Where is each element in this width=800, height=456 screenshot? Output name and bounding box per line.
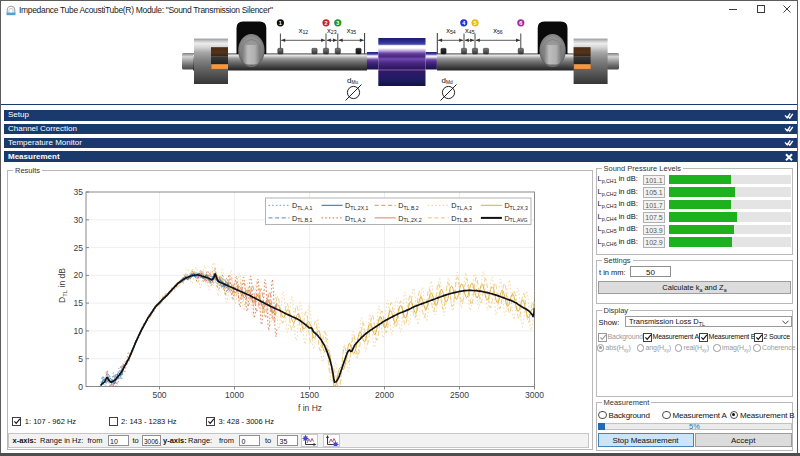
svg-text:35: 35: [74, 187, 84, 197]
svg-text:1000: 1000: [225, 390, 244, 400]
svg-text:30: 30: [74, 215, 84, 225]
svg-text:3: 3: [336, 20, 339, 26]
svg-text:2500: 2500: [450, 390, 469, 400]
svg-text:5: 5: [78, 354, 83, 364]
svg-text:1: 1: [279, 20, 282, 26]
svg-text:x45: x45: [465, 26, 475, 36]
svg-text:dMd: dMd: [442, 76, 453, 86]
svg-text:x56: x56: [493, 26, 503, 36]
svg-text:500: 500: [152, 390, 166, 400]
svg-text:3000: 3000: [525, 390, 544, 400]
svg-text:5: 5: [473, 20, 476, 26]
svg-text:x12: x12: [299, 26, 309, 36]
svg-text:15: 15: [74, 298, 84, 308]
svg-text:0: 0: [78, 382, 83, 392]
svg-text:10: 10: [74, 326, 84, 336]
svg-text:25: 25: [74, 243, 84, 253]
svg-text:x23: x23: [327, 26, 337, 36]
svg-text:1500: 1500: [300, 390, 319, 400]
svg-text:2000: 2000: [375, 390, 394, 400]
svg-text:20: 20: [74, 270, 84, 280]
svg-text:DTL in dB: DTL in dB: [57, 268, 68, 303]
svg-text:x54: x54: [446, 26, 456, 36]
svg-text:f in Hz: f in Hz: [298, 403, 322, 413]
svg-text:2: 2: [324, 20, 327, 26]
svg-text:dMu: dMu: [347, 76, 358, 86]
svg-text:6: 6: [519, 20, 522, 26]
svg-text:x35: x35: [347, 26, 357, 36]
